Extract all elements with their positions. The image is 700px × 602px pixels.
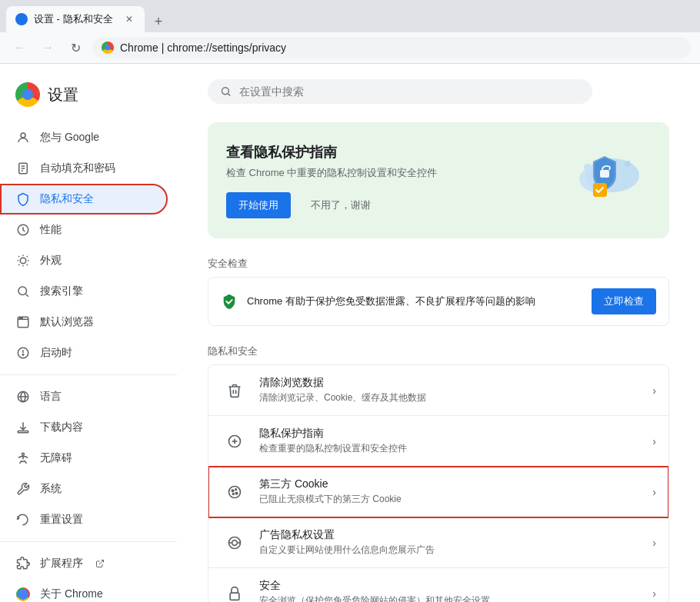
banner-title: 查看隐私保护指南 (226, 143, 437, 161)
accessibility-icon (15, 451, 31, 466)
sidebar-item-reset[interactable]: 重置设置 (0, 504, 168, 535)
svg-line-16 (26, 294, 28, 297)
address-bar-row: ← → ↻ Chrome | chrome://settings/privacy (0, 32, 700, 64)
search-engine-icon (15, 284, 31, 299)
about-icon (15, 587, 31, 602)
clear-browsing-data-item[interactable]: 清除浏览数据 清除浏览记录、Cookie、缓存及其他数据 › (208, 365, 668, 416)
svg-point-26 (22, 453, 25, 455)
ad-privacy-title: 广告隐私权设置 (259, 528, 642, 542)
sidebar-item-default-browser[interactable]: 默认浏览器 (0, 307, 168, 338)
safety-check-card: Chrome 有助于保护您免受数据泄露、不良扩展程序等问题的影响 立即检查 (208, 277, 669, 326)
cookies-subtitle: 已阻止无痕模式下的第三方 Cookie (259, 493, 642, 506)
sidebar-item-system-label: 系统 (40, 482, 62, 496)
default-browser-icon (15, 314, 31, 330)
language-icon (15, 389, 31, 404)
cookies-title: 第三方 Cookie (259, 477, 642, 491)
ad-privacy-arrow: › (652, 537, 656, 549)
privacy-section-header: 隐私和安全 (208, 344, 669, 358)
reload-button[interactable]: ↻ (65, 37, 86, 58)
clear-data-content: 清除浏览数据 清除浏览记录、Cookie、缓存及其他数据 (259, 376, 642, 404)
security-arrow: › (652, 587, 656, 600)
svg-point-43 (233, 493, 235, 494)
third-party-cookies-item[interactable]: 第三方 Cookie 已阻止无痕模式下的第三方 Cookie › (208, 467, 668, 517)
sidebar-item-autofill-label: 自动填充和密码 (40, 161, 115, 175)
sidebar-item-language[interactable]: 语言 (0, 381, 168, 412)
sidebar-item-performance[interactable]: 性能 (0, 215, 168, 245)
search-input[interactable] (239, 85, 580, 98)
extensions-icon (15, 556, 31, 571)
reset-icon (15, 512, 31, 527)
search-bar[interactable] (208, 79, 592, 104)
ad-privacy-subtitle: 自定义要让网站使用什么信息向您展示广告 (259, 544, 642, 557)
clear-data-arrow: › (652, 384, 656, 397)
sidebar-item-about-label: 关于 Chrome (40, 587, 103, 601)
banner-dismiss-button[interactable]: 不用了，谢谢 (298, 192, 383, 218)
cookies-icon (221, 478, 248, 506)
address-brand: Chrome (120, 42, 158, 54)
tab-title: 设置 - 隐私和安全 (34, 12, 117, 26)
svg-line-29 (228, 94, 231, 96)
new-tab-button[interactable]: + (148, 11, 169, 32)
ad-privacy-content: 广告隐私权设置 自定义要让网站使用什么信息向您展示广告 (259, 528, 642, 557)
sidebar-item-accessibility[interactable]: 无障碍 (0, 443, 168, 474)
sidebar-item-system[interactable]: 系统 (0, 474, 168, 504)
svg-line-12 (27, 264, 28, 265)
svg-line-27 (99, 560, 104, 565)
sidebar-item-extensions[interactable]: 扩展程序 (0, 548, 168, 579)
safety-check-button[interactable]: 立即检查 (592, 288, 656, 314)
privacy-guide-banner: 查看隐私保护指南 检查 Chrome 中重要的隐私控制设置和安全控件 开始使用 … (208, 122, 669, 238)
sidebar-item-reset-label: 重置设置 (40, 513, 83, 527)
system-icon (15, 481, 31, 497)
privacy-guide-subtitle: 检查重要的隐私控制设置和安全控件 (259, 442, 642, 455)
clear-data-title: 清除浏览数据 (259, 376, 642, 390)
sidebar-item-google-label: 您与 Google (40, 131, 99, 145)
safety-check-text: Chrome 有助于保护您免受数据泄露、不良扩展程序等问题的影响 (247, 294, 582, 308)
sidebar-item-about[interactable]: 关于 Chrome (0, 579, 168, 602)
privacy-guide-icon (221, 427, 248, 455)
tab-favicon (15, 13, 28, 25)
sidebar-item-google[interactable]: 您与 Google (0, 122, 168, 153)
shield-illustration (558, 141, 651, 218)
cookies-content: 第三方 Cookie 已阻止无痕模式下的第三方 Cookie (259, 477, 642, 506)
address-bar[interactable]: Chrome | chrome://settings/privacy (92, 37, 691, 58)
svg-line-11 (18, 256, 19, 257)
banner-subtitle: 检查 Chrome 中重要的隐私控制设置和安全控件 (226, 166, 437, 180)
svg-point-34 (584, 164, 592, 171)
svg-rect-48 (230, 593, 239, 600)
svg-line-13 (18, 264, 19, 265)
banner-buttons: 开始使用 不用了，谢谢 (226, 192, 437, 218)
address-url: chrome://settings/privacy (167, 42, 286, 54)
sidebar-item-search[interactable]: 搜索引擎 (0, 276, 168, 307)
sidebar-item-appearance[interactable]: 外观 (0, 245, 168, 276)
svg-point-41 (235, 488, 237, 490)
forward-button[interactable]: → (37, 37, 58, 58)
privacy-guide-title: 隐私保护指南 (259, 427, 642, 441)
sidebar-item-startup[interactable]: 启动时 (0, 338, 168, 368)
sidebar-item-search-label: 搜索引擎 (40, 284, 83, 298)
svg-line-14 (27, 256, 28, 257)
safety-check-section-header: 安全检查 (208, 257, 669, 271)
sidebar-item-appearance-label: 外观 (40, 254, 62, 268)
sidebar-item-default-browser-label: 默认浏览器 (40, 315, 94, 329)
sidebar-item-privacy[interactable]: 隐私和安全 (0, 184, 168, 215)
back-button[interactable]: ← (9, 37, 31, 58)
security-item[interactable]: 安全 安全浏览（保护您免受危险网站的侵害）和其他安全设置 › (208, 568, 668, 602)
sidebar-item-autofill[interactable]: 自动填充和密码 (0, 153, 168, 184)
privacy-guide-content: 隐私保护指南 检查重要的隐私控制设置和安全控件 (259, 427, 642, 455)
sidebar-item-downloads[interactable]: 下载内容 (0, 412, 168, 443)
sidebar-item-language-label: 语言 (40, 390, 62, 404)
ad-privacy-item[interactable]: 广告隐私权设置 自定义要让网站使用什么信息向您展示广告 › (208, 517, 668, 568)
settings-page: 设置 您与 Google 自动填充和密码 隐私和安全 (0, 64, 700, 602)
clear-data-subtitle: 清除浏览记录、Cookie、缓存及其他数据 (259, 391, 642, 404)
privacy-guide-item[interactable]: 隐私保护指南 检查重要的隐私控制设置和安全控件 › (208, 416, 668, 467)
google-icon (15, 130, 31, 145)
sidebar-item-performance-label: 性能 (40, 223, 62, 237)
svg-point-45 (232, 540, 238, 545)
sidebar-logo: 设置 (0, 76, 177, 122)
tab-close-button[interactable]: ✕ (123, 13, 135, 25)
security-title: 安全 (259, 579, 642, 593)
privacy-guide-arrow: › (652, 435, 656, 447)
banner-start-button[interactable]: 开始使用 (226, 192, 291, 218)
active-tab[interactable]: 设置 - 隐私和安全 ✕ (6, 6, 145, 32)
performance-icon (15, 222, 31, 238)
